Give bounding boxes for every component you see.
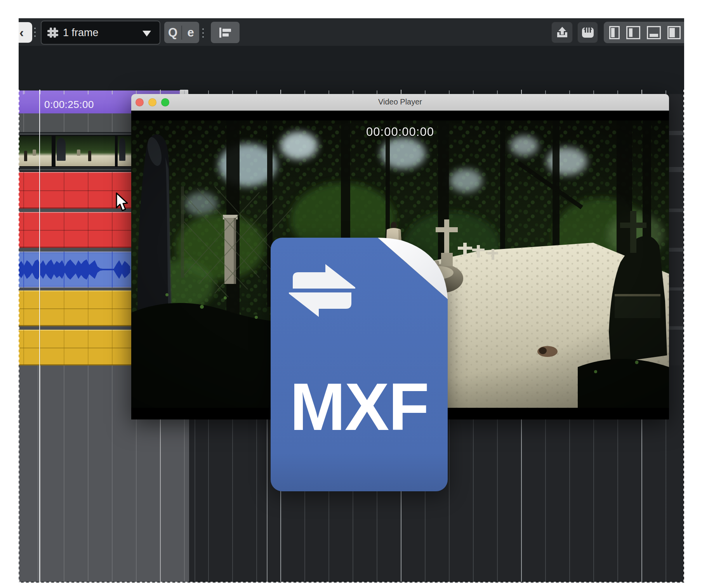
ruler-major-ticks xyxy=(19,90,684,94)
layout-lower-zone-button[interactable] xyxy=(647,26,661,39)
toolbar-grip-handle-2[interactable] xyxy=(202,28,204,38)
selection-ants-left xyxy=(19,90,19,582)
export-up-icon xyxy=(555,26,569,40)
piano-keys-icon xyxy=(581,26,595,40)
quantize-edit-group: Q e xyxy=(164,22,199,43)
window-layout-group xyxy=(604,22,684,43)
grid-icon xyxy=(45,26,59,40)
video-timecode: 00:00:00:00 xyxy=(131,125,669,139)
layout-left-zone-button[interactable] xyxy=(609,26,620,39)
back-chevron-icon: ‹ xyxy=(19,25,24,40)
back-button[interactable]: ‹ xyxy=(19,22,32,43)
mxf-file-icon[interactable]: MXF xyxy=(271,238,448,491)
lane-gap xyxy=(19,326,131,330)
audio-waveform xyxy=(19,252,131,287)
ruler-sub-band xyxy=(19,113,131,132)
layout-inspector-button[interactable] xyxy=(626,26,640,39)
edit-button[interactable]: e xyxy=(182,26,199,40)
video-thumbnail-frame[interactable] xyxy=(118,136,131,166)
lane-gap xyxy=(19,287,131,291)
audio-clip-lane[interactable] xyxy=(19,252,131,287)
grid-type-value: 1 frame xyxy=(63,27,99,39)
align-left-icon xyxy=(219,27,232,38)
track-separator xyxy=(19,132,131,135)
selection-ants-bottom xyxy=(19,582,684,583)
arrow-cursor-icon xyxy=(115,192,130,212)
track-separator xyxy=(19,167,131,172)
dropdown-caret-icon xyxy=(142,31,151,37)
lane-gap xyxy=(19,248,131,252)
mouse-cursor xyxy=(115,192,130,214)
yellow-clip-lane-2[interactable] xyxy=(19,330,131,365)
video-thumbnail-frame[interactable] xyxy=(19,136,52,166)
grid-type-dropdown[interactable]: 1 frame xyxy=(41,21,160,45)
screenshot-page: ‹ 1 frame Q e xyxy=(0,0,702,588)
window-titlebar[interactable]: Video Player xyxy=(131,94,669,111)
toolbar: ‹ 1 frame Q e xyxy=(19,18,684,46)
export-button[interactable] xyxy=(551,22,573,43)
lane-gap xyxy=(19,209,131,212)
onscreen-keyboard-button[interactable] xyxy=(577,22,598,43)
playhead-cursor-line[interactable] xyxy=(39,90,40,582)
toolbar-grip-handle[interactable] xyxy=(34,28,36,37)
align-button[interactable] xyxy=(211,22,240,43)
file-type-label: MXF xyxy=(290,369,428,444)
quantize-button[interactable]: Q xyxy=(164,26,182,40)
window-title: Video Player xyxy=(131,97,669,106)
track-rows-right-sliver xyxy=(669,94,684,365)
selection-ants-right xyxy=(683,90,684,582)
ruler-label-25s: 0:00:25:00 xyxy=(44,99,94,111)
video-thumbnail-frame[interactable] xyxy=(56,136,115,166)
layout-right-zone-button[interactable] xyxy=(667,26,681,39)
daw-workspace: ‹ 1 frame Q e xyxy=(19,18,684,583)
red-clip-lane-1[interactable] xyxy=(19,172,131,209)
red-clip-lane-2[interactable] xyxy=(19,212,131,248)
yellow-clip-lane-1[interactable] xyxy=(19,291,131,326)
video-track[interactable] xyxy=(19,135,131,167)
